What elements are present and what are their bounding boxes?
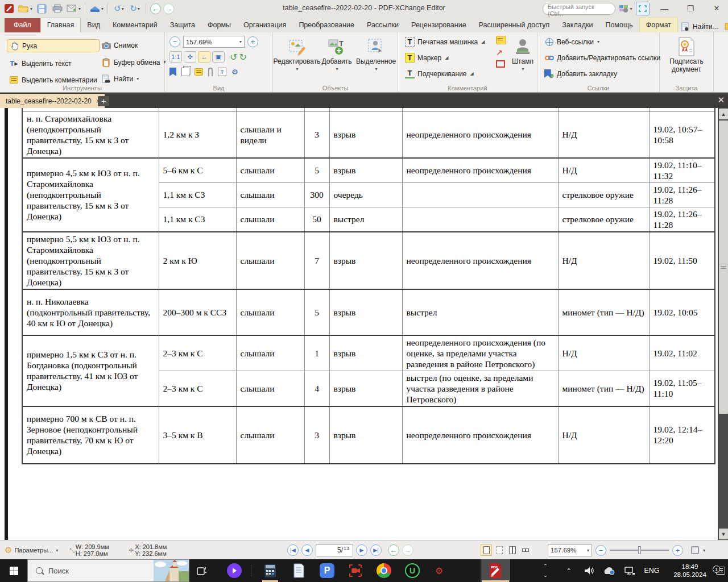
find-button[interactable]: Найти▾ <box>99 73 168 85</box>
zoom-in-button[interactable]: + <box>247 36 258 47</box>
screen-recorder-app-icon[interactable] <box>344 559 367 582</box>
next-page-button[interactable]: ▶ <box>356 544 367 556</box>
tab-home[interactable]: Главная <box>40 18 81 32</box>
alice-assistant-icon[interactable] <box>223 559 246 582</box>
stamp-button[interactable]: Штамп▾ <box>510 35 536 72</box>
view-mode-button[interactable] <box>691 546 699 554</box>
zoom-out-button[interactable]: − <box>169 36 180 47</box>
bookmarks-pane-icon[interactable] <box>169 68 176 76</box>
tab-mailings[interactable]: Рассылки <box>361 18 405 32</box>
pages-pane-icon[interactable] <box>181 68 189 76</box>
pdf-xchange-taskbar-icon[interactable]: PDF <box>481 559 510 582</box>
add-bookmark-button[interactable]: ⊕ Добавить закладку <box>542 68 663 80</box>
quick-launch-input[interactable]: Быстрый запуск (Ctrl... <box>543 3 615 15</box>
tab-forms[interactable]: Формы <box>201 18 237 32</box>
rectangle-annotation-button[interactable] <box>496 60 505 68</box>
two-page-continuous-button[interactable] <box>520 544 531 556</box>
fullscreen-button[interactable] <box>636 2 650 15</box>
taskbar-search-box[interactable]: Поиск <box>27 559 189 582</box>
tab-file[interactable]: Файл <box>5 18 40 32</box>
tab-accessibility[interactable]: Расширенный доступ <box>473 18 556 32</box>
tray-expand-chevron[interactable]: ⌃ <box>562 559 576 582</box>
continuous-layout-button[interactable] <box>494 544 505 556</box>
search-highlight-image[interactable] <box>154 560 189 581</box>
zoom-slider[interactable] <box>610 550 669 551</box>
tab-help[interactable]: Помощь <box>599 18 639 32</box>
clock-tray[interactable]: 18:49 28.05.2024 <box>667 559 713 582</box>
notification-center-button[interactable]: 1 <box>713 559 728 582</box>
page-number-box[interactable]: 5/13 <box>316 544 353 556</box>
status-options-button[interactable]: Параметры... <box>14 547 53 554</box>
sign-document-button[interactable]: Подписать документ <box>664 35 709 73</box>
notepad-app-icon[interactable] <box>287 559 310 582</box>
tab-view[interactable]: Вид <box>81 18 106 32</box>
network-tray-icon[interactable] <box>621 559 638 582</box>
tab-bar-close-icon[interactable]: ✕ <box>717 95 725 105</box>
tab-bookmarks[interactable]: Закладки <box>556 18 599 32</box>
fit-visible-button[interactable]: ▣ <box>212 51 225 63</box>
calculator-app-icon[interactable] <box>259 559 282 582</box>
search-folder-icon[interactable] <box>725 22 728 31</box>
u-app-icon[interactable]: U <box>401 559 424 582</box>
restore-button[interactable]: ❐ <box>679 1 702 16</box>
first-page-button[interactable]: |◀ <box>287 544 299 556</box>
hand-tool-button[interactable]: Рука <box>7 39 100 52</box>
single-page-layout-button[interactable] <box>481 544 492 556</box>
content-pane-icon[interactable]: T <box>218 68 226 76</box>
new-tab-button[interactable]: + <box>98 96 109 106</box>
rotate-ccw-button[interactable]: ↺ <box>230 52 237 63</box>
find-ribbon-button[interactable]: Найти... <box>678 20 720 32</box>
p-app-icon[interactable]: P <box>316 559 338 582</box>
start-button[interactable] <box>0 559 27 582</box>
prev-page-button[interactable]: ◀ <box>301 544 313 556</box>
comments-pane-icon[interactable] <box>195 68 203 76</box>
scroll-down-button[interactable]: ▼ <box>719 529 728 539</box>
tab-review[interactable]: Рецензирование <box>405 18 473 32</box>
add-objects-button[interactable]: T Добавить▾ <box>318 35 355 72</box>
fit-page-button[interactable]: ✣ <box>184 51 196 63</box>
language-indicator[interactable]: ENG <box>640 559 663 582</box>
actual-size-button[interactable]: 1:1 <box>169 51 182 63</box>
arrow-annotation-button[interactable]: ↗ <box>496 48 506 57</box>
tab-protect[interactable]: Защита <box>164 18 201 32</box>
volume-tray-icon[interactable] <box>581 559 597 582</box>
selected-objects-button[interactable]: Выделенное▾ <box>356 35 396 72</box>
attachments-icon[interactable] <box>208 68 213 76</box>
web-links-button[interactable]: Веб-ссылки▾ <box>542 36 663 48</box>
status-zoom-combo[interactable]: 157.69%▾ <box>548 544 592 556</box>
view-mode-dropdown-icon[interactable]: ▾ <box>703 548 705 553</box>
two-page-layout-button[interactable] <box>507 544 518 556</box>
status-zoom-in-button[interactable]: + <box>672 545 683 556</box>
tab-convert[interactable]: Преобразование <box>292 18 361 32</box>
highlighter-button[interactable]: T Маркер◢ <box>403 52 487 64</box>
scroll-up-button[interactable]: ▲ <box>719 109 728 119</box>
ui-options-button[interactable]: ▾ <box>619 2 632 15</box>
edit-objects-button[interactable]: Редактировать▾ <box>276 35 317 72</box>
scrollbar-thumb[interactable] <box>719 120 728 414</box>
task-view-button[interactable] <box>196 559 208 582</box>
status-zoom-out-button[interactable]: − <box>595 545 606 556</box>
tray-scroll-buttons[interactable]: ⌃⌄ <box>539 559 552 582</box>
select-text-button[interactable]: T▸ Выделить текст <box>7 57 100 69</box>
properties-pane-icon[interactable]: ⚙ <box>231 68 238 76</box>
onedrive-tray-icon[interactable] <box>601 559 618 582</box>
close-button[interactable]: × <box>705 1 728 16</box>
minimize-button[interactable]: — <box>653 1 676 16</box>
last-page-button[interactable]: ▶| <box>370 544 382 556</box>
tab-format[interactable]: Формат <box>639 18 678 32</box>
previous-view-button[interactable]: ← <box>388 544 399 556</box>
document-tab[interactable]: table_ceasefire--2022-02-20 × <box>0 94 105 108</box>
zoom-slider-knob[interactable] <box>638 546 641 554</box>
fit-width-button[interactable]: ↔ <box>198 51 210 63</box>
clipboard-button[interactable]: Буфер обмена▾ <box>99 56 168 68</box>
underline-button[interactable]: T Подчеркивание◢ <box>403 68 487 80</box>
rotate-cw-button[interactable]: ↻ <box>239 52 246 63</box>
tab-comment[interactable]: Комментарий <box>106 18 164 32</box>
typewriter-button[interactable]: T Печатная машинка◢ <box>403 36 487 48</box>
add-edit-links-button[interactable]: Добавить/Редактировать ссылки <box>542 52 663 64</box>
next-view-button[interactable]: → <box>402 544 413 556</box>
driver-utility-app-icon[interactable]: ⚙ <box>428 559 450 582</box>
snapshot-button[interactable]: Снимок <box>99 39 168 51</box>
sticky-note-button[interactable] <box>496 36 506 44</box>
select-comments-button[interactable]: Выделить комментарии <box>7 74 100 86</box>
